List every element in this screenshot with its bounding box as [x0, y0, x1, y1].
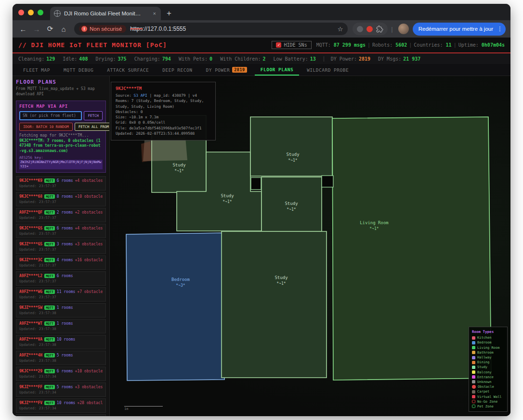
robot-card-a9fz-wg[interactable]: A9FZ****WGMQTT11 rooms+7 obstaclesUpdate… — [16, 287, 106, 302]
robot-card-9kjc-gs[interactable]: 9KJC****GSMQTT6 rooms+4 obstaclesUpdated… — [16, 224, 106, 238]
robot-card-9kjz-fv[interactable]: 9KJZ****FVMQTT10 rooms+28 obstaclesUpdat… — [16, 398, 106, 413]
stat-value: 2 — [262, 56, 265, 62]
tab-floor-plans[interactable]: FLOOR PLANS — [255, 64, 299, 76]
robot-sn: A9FZ****VA — [19, 337, 42, 342]
home-icon[interactable]: ⌂ — [58, 25, 69, 33]
globe-favicon-icon — [54, 10, 61, 17]
robot-updated: Updated: 23:57:37 — [19, 184, 103, 188]
chrome-menu-icon[interactable]: ⋮ — [497, 25, 503, 32]
tab-dy-power[interactable]: DY POWER2819 — [200, 64, 252, 76]
robot-rooms: 6 rooms — [57, 178, 73, 183]
profile-avatar[interactable] — [398, 24, 409, 34]
sn-input[interactable] — [19, 111, 82, 120]
robot-card-a9fz-l2[interactable]: A9FZ****L2MQTT6 roomsUpdated: 23:57:37 — [16, 271, 106, 286]
scale-label: 1m — [124, 407, 163, 411]
legend-item-virtual-wall: Virtual Wall — [472, 394, 504, 399]
mqtt-badge: MQTT — [44, 401, 55, 405]
legend-label: Bedroom — [477, 341, 492, 344]
robot-card-9kjc-29[interactable]: 9KJC****29MQTT6 rooms+10 obstaclesUpdate… — [16, 367, 106, 381]
robot-sn: 9KJZ****3C — [19, 258, 42, 262]
stat-label: Low Battery: — [273, 56, 308, 62]
room-study-3[interactable] — [250, 117, 332, 176]
mqtt-badge: MQTT — [44, 353, 55, 357]
robot-card-line1: A9FZ****WGMQTT11 rooms+7 obstacles — [19, 290, 103, 294]
room-sublabel-living-room: *~1* — [369, 227, 379, 231]
room-bedroom[interactable] — [126, 233, 224, 381]
robot-card-9kjz-5w[interactable]: 9KJZ****5WMQTT1 roomsUpdated: 23:57:38 — [16, 303, 106, 318]
url-text: https://127.0.0.1:5555 — [130, 25, 186, 32]
robot-obstacles: +7 obstacles — [77, 290, 103, 294]
bookmark-star-icon[interactable]: ☆ — [338, 25, 343, 33]
back-icon[interactable]: ← — [17, 25, 29, 33]
legend-swatch-virtual-wall — [472, 395, 475, 398]
hide-sns-toggle[interactable]: ✓ HIDE SNs — [272, 41, 311, 49]
info-updated: Updated: 2026-02-07T23:53:44.099508 — [116, 131, 211, 136]
robot-card-a9fz-va[interactable]: A9FZ****VAMQTT10 roomsUpdated: 23:57:38 — [16, 335, 106, 349]
robot-card-a9fz-qf[interactable]: A9FZ****QFMQTT2 rooms+2 obstaclesUpdated… — [16, 208, 106, 222]
legend-swatch-hallway — [472, 356, 475, 359]
tab-close-icon[interactable]: × — [152, 11, 157, 16]
extension-red-icon[interactable] — [366, 26, 373, 32]
floor-plan-canvas[interactable]: 9KJC****TM Source: S3 API | map_id: 4308… — [110, 76, 510, 416]
robot-sn: 9KJZ****5W — [19, 305, 42, 310]
app-title: // DJI HOME IoT FLEET MONITOR [PoC] — [18, 41, 167, 49]
stat-value: 0 — [209, 56, 212, 62]
maximize-window-button[interactable] — [38, 10, 43, 15]
fetch-button[interactable]: FETCH — [84, 111, 103, 120]
relaunch-update-button[interactable]: Redémarrer pour mettre à jour ⋮ — [413, 23, 506, 36]
address-bar[interactable]: ! Non sécurisé https://127.0.0.1:5555 ☆ — [74, 23, 348, 35]
robot-card-9kjc-68[interactable]: 9KJC****68MQTT8 rooms+10 obstaclesUpdate… — [16, 192, 106, 206]
fetch-all-button[interactable]: FETCH ALL FROM FLEET — [75, 123, 110, 131]
room-study-5[interactable] — [222, 231, 327, 378]
idor-batch-button[interactable]: IDOR: BATCH 10 RANDOM — [19, 123, 73, 131]
tab-wildcard-probe[interactable]: WILDCARD PROBE — [301, 64, 354, 76]
room-label-study-3: Study — [286, 152, 300, 157]
tab-attack-surface[interactable]: ATTACK SURFACE — [101, 64, 155, 76]
close-window-button[interactable] — [18, 10, 24, 15]
robot-card-9kjc-k9[interactable]: 9KJC****K9MQTT6 rooms+4 obstaclesUpdated… — [16, 176, 106, 191]
browser-window: DJI Romo Global Fleet Monit… × + ← → ⟳ ⌂… — [13, 4, 510, 416]
robot-rooms: 6 rooms — [57, 226, 73, 230]
robot-obstacles: +16 obstacles — [75, 258, 103, 262]
robot-sn: A9FZ****L2 — [19, 274, 42, 278]
robot-rooms: 2 rooms — [57, 210, 73, 215]
info-source: Source: S3 API | map_id: 430879 | v4 — [116, 93, 211, 98]
carpet-shape-2 — [141, 141, 151, 162]
legend-item-obstacle: Obstacle — [472, 384, 504, 389]
desktop: DJI Romo Global Fleet Monit… × + ← → ⟳ ⌂… — [0, 0, 523, 420]
security-badge[interactable]: ! Non sécurisé — [79, 25, 126, 33]
s3-api-link[interactable]: S3 API — [134, 93, 147, 98]
minimize-window-button[interactable] — [28, 10, 34, 15]
robot-card-9kjz-g5[interactable]: 9KJZ****G5MQTT3 rooms+3 obstaclesUpdated… — [16, 240, 106, 254]
new-tab-button[interactable]: + — [161, 9, 177, 20]
extension-icon[interactable] — [357, 26, 363, 32]
robot-card-9kjc-lt[interactable]: 9KJC****LTMQTT3 rooms+16 obstaclesUpdate… — [16, 414, 106, 416]
legend-swatch-kitchen — [472, 336, 475, 340]
stat-with-pets: With Pets:0 — [179, 56, 212, 62]
window-controls[interactable] — [13, 10, 50, 20]
browser-tab[interactable]: DJI Romo Global Fleet Monit… × — [50, 7, 161, 20]
robot-card-9kjz-ff[interactable]: 9KJZ****FFMQTT5 rooms+3 obstaclesUpdated… — [16, 382, 106, 397]
tab-deep-recon[interactable]: DEEP RECON — [157, 64, 198, 76]
tab-mqtt-debug[interactable]: MQTT DEBUG — [58, 64, 99, 76]
legend-label: Hallway — [477, 356, 492, 359]
sidebar-title: FLOOR PLANS — [16, 79, 106, 85]
stat-dy-msgs: DY Msgs:21 937 — [378, 56, 420, 62]
forward-icon[interactable]: → — [31, 25, 42, 33]
robot-rooms: 8 rooms — [57, 194, 73, 199]
sidebar-subtitle: From MQTT live_map_update + S3 map downl… — [16, 87, 106, 97]
tab-fleet-map[interactable]: FLEET MAP — [17, 64, 56, 76]
puzzle-extensions-icon[interactable] — [376, 25, 383, 33]
header-right: ✓ HIDE SNs MQTT: 87 299 msgs|Robots: 560… — [272, 41, 505, 49]
room-living-room[interactable] — [332, 117, 491, 380]
reload-icon[interactable]: ⟳ — [44, 25, 56, 33]
robot-card-a9fz-wt[interactable]: A9FZ****WTMQTT1 roomsUpdated: 23:57:38 — [16, 319, 106, 333]
robot-sn: 9KJC****K9 — [19, 178, 42, 183]
nav-tabs: FLEET MAPMQTT DEBUGATTACK SURFACEDEEP RE… — [13, 64, 510, 76]
robot-card-9kjz-3c[interactable]: 9KJZ****3CMQTT4 rooms+16 obstaclesUpdate… — [16, 255, 106, 270]
legend-items: KitchenBedroomLiving RoomBathroomHallway… — [472, 335, 504, 409]
hide-sns-checkbox[interactable]: ✓ — [276, 42, 281, 48]
robot-card-a9fz-4h[interactable]: A9FZ****4HMQTT5 roomsUpdated: 23:57:38 — [16, 351, 106, 365]
tab-label: FLEET MAP — [23, 67, 50, 73]
url-scheme: https — [130, 25, 143, 32]
